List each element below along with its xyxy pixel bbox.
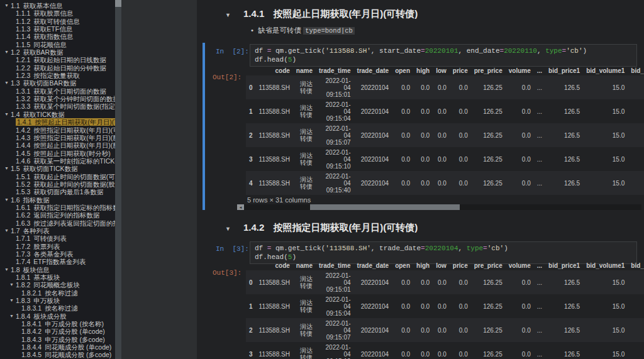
- section-collapse-icon[interactable]: ▼: [225, 226, 231, 232]
- toc-item-1.8.1[interactable]: 1.8.1基本板块: [0, 273, 121, 281]
- toc-item-1.4.4[interactable]: 1.4.4按照起止日期获取(年月日)(股票): [0, 141, 121, 149]
- toc-item-label: 1.1.3获取ETF信息: [16, 25, 72, 33]
- toc-item-1.1.1[interactable]: 1.1.1获取股票信息: [0, 9, 121, 17]
- toc-item-text: 各类基金列表: [33, 250, 73, 258]
- toc-item-1.8.4[interactable]: ▼1.8.4板块成分股: [0, 312, 121, 320]
- table-cell: 15.0: [583, 123, 628, 147]
- section-heading-141[interactable]: 1.4.1按照起止日期获取(年月日)(可转债): [243, 8, 418, 20]
- toc-item-1.8.3.1[interactable]: 1.8.3.1按名称过滤: [0, 304, 121, 312]
- toc-item-1.3.2[interactable]: 1.3.2获取某个分钟时间切面的数据: [0, 95, 121, 102]
- toc-item-1.7.3[interactable]: 1.7.3各类基金列表: [0, 250, 121, 258]
- column-header: price: [450, 260, 471, 270]
- toc-item-1.8.4.3[interactable]: 1.8.4.3申万成分股 (多code): [0, 336, 121, 343]
- toc-item-1.7.1[interactable]: 1.7.1可转债列表: [0, 235, 121, 242]
- toc-item-label: 1.5获取切面TICK数据: [11, 165, 78, 172]
- toc-item-1.5.1[interactable]: 1.5.1获取起止时间的切面数据(可转债): [0, 173, 121, 180]
- toc-item-label: 1.2.1获取起始日期的日线数据: [16, 56, 106, 64]
- table-cell: 126.25: [471, 171, 506, 195]
- toc-item-1.2.3[interactable]: 1.2.3按指定数量获取: [0, 72, 121, 79]
- toc-item-1.6.1[interactable]: 1.6.1获取指定日期指定标的指标数据: [0, 204, 121, 211]
- table-cell: 20220104: [354, 342, 392, 359]
- table-cell: 0.0: [628, 342, 644, 359]
- toc-item-1.4.6[interactable]: 1.4.6获取某一时刻指定标的TICK数据: [0, 157, 121, 165]
- toc-item-1.4[interactable]: ▼1.4获取TICK数据: [0, 111, 121, 118]
- code-cell-input[interactable]: df = qm.get_tick('113588.SH', start_date…: [250, 44, 637, 67]
- toc-item-1.8.2.1[interactable]: 1.8.2.1按名称过滤: [0, 289, 121, 297]
- toc-item-1.1.5[interactable]: 1.1.5同花顺信息: [0, 41, 121, 48]
- toc-item-1.1.2[interactable]: 1.1.2获取可转债信息: [0, 18, 121, 25]
- toc-item-number: 1.1.5: [16, 41, 30, 48]
- section-collapse-icon[interactable]: ▼: [225, 12, 231, 18]
- toc-item-1.3[interactable]: ▼1.3获取切面BAR数据: [0, 79, 121, 87]
- table-hscrollbar[interactable]: ◂: [237, 204, 641, 210]
- toc-item-1.2.2[interactable]: 1.2.2获取起始日期的分钟数据: [0, 64, 121, 72]
- toc-item-label: 1.7.2股票列表: [16, 243, 60, 250]
- toc-item-number: 1.8.1: [16, 273, 30, 281]
- toc-item-1.7.2[interactable]: 1.7.2股票列表: [0, 243, 121, 250]
- toc-item-label: 1.1.2获取可转债信息: [16, 18, 80, 25]
- toc-item-1.8.3[interactable]: ▼1.8.3申万板块: [0, 297, 121, 304]
- toc-scrollbar-thumb[interactable]: [115, 0, 121, 7]
- toc-item-1.7[interactable]: ▼1.7各种列表: [0, 227, 121, 235]
- toc-item-1.4.2[interactable]: 1.4.2按照指定日期获取(年月日)(可转债): [0, 126, 121, 134]
- toc-item-label: 1.2.2获取起始日期的分钟数据: [16, 64, 106, 72]
- toc-collapse-icon[interactable]: ▼: [4, 266, 9, 273]
- column-header: volume: [506, 65, 534, 75]
- column-header: [246, 65, 256, 75]
- toc-item-1.8.4.2[interactable]: 1.8.4.2申万成分股 (单code): [0, 328, 121, 335]
- toc-item-1.5[interactable]: ▼1.5获取切面TICK数据: [0, 165, 121, 172]
- toc-item-1.4.3[interactable]: 1.4.3按照指定日期获取(年月日)(股票): [0, 134, 121, 141]
- toc-item-1.6.3[interactable]: 1.6.3按过滤列表返回指定切面的指标数据: [0, 219, 121, 227]
- toc-item-1.1[interactable]: ▼1.1获取基本信息: [0, 2, 121, 9]
- toc-collapse-icon[interactable]: ▼: [4, 196, 9, 204]
- toc-item-1.1.3[interactable]: 1.1.3获取ETF信息: [0, 25, 121, 33]
- column-header: name: [293, 65, 316, 75]
- toc-collapse-icon[interactable]: ▼: [9, 312, 14, 320]
- table-row: 0113588.SH润达 转债2022-01- 04 09:15:0120220…: [246, 270, 644, 294]
- toc-item-1.5.3[interactable]: 1.5.3获取切面内最后1条数据: [0, 188, 121, 196]
- toc-item-number: 1.8.4.3: [21, 336, 42, 343]
- table-cell: 0.0: [413, 294, 433, 318]
- table-cell: 0.0: [506, 75, 534, 99]
- table-cell: 20220104: [354, 75, 392, 99]
- toc-collapse-icon[interactable]: ▼: [4, 165, 9, 172]
- column-header: bid_volume1: [583, 260, 628, 270]
- toc-item-1.2[interactable]: ▼1.2获取BAR数据: [0, 48, 121, 56]
- section-heading-142[interactable]: 1.4.2按照指定日期获取(年月日)(可转债): [243, 222, 418, 234]
- toc-item-1.4.5[interactable]: 1.4.5按照起止日期获取(时分秒): [0, 150, 121, 157]
- toc-item-1.3.3[interactable]: 1.3.3获取某个时间切面数据(指定过滤条件): [0, 102, 121, 110]
- toc-item-1.8.4.4[interactable]: 1.8.4.4同花顺成分股 (单code): [0, 343, 121, 351]
- column-header: trade_date: [354, 65, 392, 75]
- toc-collapse-icon[interactable]: ▼: [4, 2, 9, 9]
- table-cell: ...: [534, 99, 545, 123]
- toc-item-1.1.4[interactable]: 1.1.4获取指数信息: [0, 33, 121, 40]
- toc-item-1.8.4.1[interactable]: 1.8.4.1申万成分股 (按名称): [0, 320, 121, 328]
- hscrollbar-thumb[interactable]: [310, 204, 460, 210]
- toc-item-1.7.4[interactable]: 1.7.4ETF指数基金列表: [0, 258, 121, 265]
- toc-collapse-icon[interactable]: ▼: [9, 281, 14, 289]
- table-cell: 润达 转债: [293, 270, 316, 294]
- table-cell: ...: [534, 294, 545, 318]
- toc-item-1.8.4.5[interactable]: 1.8.4.5同花顺成分股 (多code): [0, 351, 121, 358]
- toc-collapse-icon[interactable]: ▼: [4, 48, 9, 56]
- toc-collapse-icon[interactable]: ▼: [4, 79, 9, 87]
- table-cell: 0.0: [628, 294, 644, 318]
- table-row: 2113588.SH润达 转债2022-01- 04 09:15:0720220…: [246, 123, 644, 147]
- toc-item-1.5.2[interactable]: 1.5.2获取起止时间的切面数据(股票): [0, 180, 121, 188]
- toc-collapse-icon[interactable]: ▼: [4, 227, 9, 235]
- toc-scrollbar[interactable]: [115, 0, 121, 359]
- toc-item-1.3.1[interactable]: 1.3.1获取某个日期切面的数据: [0, 87, 121, 95]
- toc-item-1.2.1[interactable]: 1.2.1获取起始日期的日线数据: [0, 56, 121, 64]
- toc-item-label: 1.6.2返回指定列的指标数据: [16, 211, 99, 219]
- toc-item-label: 1.4.4按照起止日期获取(年月日)(股票): [16, 141, 121, 149]
- table-cell: 润达 转债: [293, 147, 316, 171]
- toc-item-1.4.1[interactable]: 1.4.1按照起止日期获取(年月日)(可转债): [0, 118, 121, 126]
- toc-item-1.6.2[interactable]: 1.6.2返回指定列的指标数据: [0, 211, 121, 219]
- toc-collapse-icon[interactable]: ▼: [9, 297, 14, 304]
- toc-collapse-icon[interactable]: ▼: [4, 111, 9, 118]
- toc-item-1.8.2[interactable]: ▼1.8.2同花顺概念板块: [0, 281, 121, 289]
- toc-item-1.8[interactable]: ▼1.8板块信息: [0, 266, 121, 273]
- toc-item-1.6[interactable]: ▼1.6指标数据: [0, 196, 121, 204]
- scroll-left-button[interactable]: ◂: [237, 204, 244, 210]
- column-header: code: [256, 65, 293, 75]
